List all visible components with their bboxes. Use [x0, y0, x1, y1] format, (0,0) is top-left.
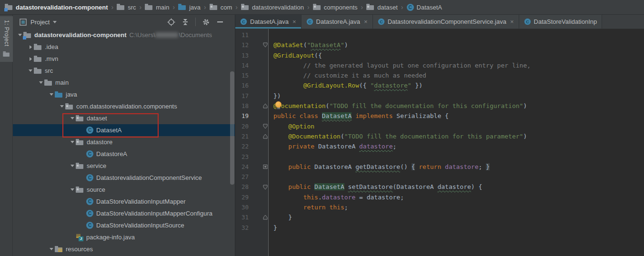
tab-close-icon[interactable]: ×	[510, 18, 514, 25]
tab-label: DatastoreA.java	[316, 18, 361, 25]
code-token: public	[288, 183, 314, 190]
tree-expanded-arrow-icon[interactable]	[48, 93, 55, 96]
code-line[interactable]: })	[273, 91, 644, 101]
tree-item-datastorevalidation-component[interactable]: datastorevalidation-componentC:\Users\\D…	[13, 29, 235, 41]
fold-marker-icon[interactable]	[249, 134, 268, 139]
tree-item-com-datastorevalidation-components[interactable]: com.datastorevalidation.components	[13, 100, 235, 112]
code-line[interactable]: public DatasetA setDatastore(DatastoreA …	[273, 182, 644, 192]
tree-expanded-arrow-icon[interactable]	[27, 69, 34, 72]
tab-close-icon[interactable]: ×	[292, 18, 296, 25]
code-line[interactable]	[273, 152, 644, 162]
tree-item-datastorevalidationinputsource[interactable]: CDataStoreValidationInputSource	[13, 219, 235, 231]
editor-tab-dataseta-java[interactable]: CDatasetA.java×	[235, 15, 302, 29]
tree-expanded-arrow-icon[interactable]	[17, 34, 23, 36]
fold-marker-icon[interactable]	[249, 124, 268, 129]
tree-item-datastorevalidationinputmapper[interactable]: CDataStoreValidationInputMapper	[13, 196, 235, 207]
tree-item-source[interactable]: source	[13, 184, 235, 196]
tree-item-service[interactable]: service	[13, 160, 235, 172]
breadcrumb-item[interactable]: java	[178, 3, 201, 11]
project-tool-button[interactable]: 1: Project	[0, 16, 13, 62]
breadcrumb-item[interactable]: datastorevalidation-component	[5, 3, 108, 11]
tree-item--mvn[interactable]: .mvn	[13, 53, 235, 65]
breadcrumb-label: src	[128, 4, 136, 11]
tree-item-datastorevalidationinputmapperconfigura[interactable]: CDataStoreValidationInputMapperConfigura	[13, 207, 235, 219]
gutter-row: 27	[235, 172, 268, 182]
fold-marker-icon[interactable]	[249, 42, 268, 48]
tree-expanded-arrow-icon[interactable]	[69, 141, 76, 143]
tree-expanded-arrow-icon[interactable]	[48, 248, 55, 250]
tree-item-label: DatastorevalidationComponentService	[96, 174, 202, 181]
code-line[interactable]: @Option	[273, 121, 644, 131]
locate-icon[interactable]	[167, 18, 175, 26]
breadcrumb-item[interactable]: CDatasetA	[407, 4, 442, 11]
tree-item-package-info-java[interactable]: Jpackage-info.java	[13, 231, 235, 243]
code-line[interactable]: private DatastoreA datastore;	[273, 141, 644, 151]
settings-gear-icon[interactable]	[201, 18, 210, 26]
editor-tab-datastorea-java[interactable]: CDatastoreA.java×	[302, 15, 373, 29]
package-icon	[313, 3, 321, 11]
code-line[interactable]: @GridLayout({	[273, 50, 644, 60]
tree-item-resources[interactable]: resources	[13, 243, 235, 255]
tree-expanded-arrow-icon[interactable]	[69, 117, 76, 119]
code-line[interactable]	[273, 30, 644, 40]
editor-tab-datastorevalidationcomponentservice-java[interactable]: CDatastorevalidationComponentService.jav…	[373, 15, 519, 29]
tree-collapsed-arrow-icon[interactable]	[27, 57, 34, 61]
fold-marker-icon[interactable]	[249, 215, 268, 220]
fold-marker-icon[interactable]	[249, 103, 268, 108]
code-line[interactable]: this.datastore = datastore;	[273, 192, 644, 202]
project-view-icon	[19, 18, 27, 26]
tree-item-main[interactable]: main	[13, 77, 235, 89]
code-line[interactable]: @DataSet("DatasetA")	[273, 40, 644, 50]
tree-item-label: resources	[66, 246, 93, 253]
package-icon	[366, 3, 374, 11]
code-line[interactable]: }	[273, 223, 644, 233]
panel-title[interactable]: Project	[30, 19, 50, 26]
chevron-down-icon[interactable]	[53, 21, 57, 23]
code-line[interactable]: // the generated layout put one configur…	[273, 60, 644, 70]
hide-panel-icon[interactable]	[216, 18, 224, 26]
code-token: )	[523, 133, 527, 140]
code-line[interactable]: public DatastoreA getDatastore() { retur…	[273, 162, 644, 172]
code-line[interactable]: // customize it as much as needed	[273, 70, 644, 80]
code-line[interactable]: }	[273, 212, 644, 222]
breadcrumb-item[interactable]: com	[210, 3, 232, 11]
collapse-all-icon[interactable]	[181, 18, 190, 26]
breadcrumb-item[interactable]: main	[145, 3, 169, 11]
tree-item--idea[interactable]: .idea	[13, 41, 235, 53]
tree-item-datastorea[interactable]: CDatastoreA	[13, 148, 235, 160]
code-area[interactable]: @DataSet("DatasetA")@GridLayout({ // the…	[269, 29, 644, 256]
tree-item-label: DataStoreValidationInputMapper	[96, 198, 186, 205]
code-line[interactable]	[273, 172, 644, 182]
fold-marker-icon[interactable]	[249, 164, 268, 169]
tree-expanded-arrow-icon[interactable]	[59, 105, 65, 108]
tree-scrollbar-thumb[interactable]	[230, 71, 234, 185]
tree-item-src[interactable]: src	[13, 65, 235, 77]
tab-close-icon[interactable]: ×	[364, 18, 368, 25]
line-number: 16	[235, 80, 249, 90]
breadcrumb-item[interactable]: dataset	[366, 3, 398, 11]
breadcrumb-item[interactable]: src	[117, 3, 136, 11]
tree-item-datastorevalidationcomponentservice[interactable]: CDatastorevalidationComponentService	[13, 172, 235, 184]
code-token: Serializable {	[392, 112, 448, 119]
tree-expanded-arrow-icon[interactable]	[69, 188, 76, 191]
tree-item-datastore[interactable]: datastore	[13, 136, 235, 148]
breadcrumb-item[interactable]: components	[313, 3, 358, 11]
tree-item-dataseta[interactable]: CDatasetA	[13, 124, 235, 136]
editor-tab-datastorevalidationinp[interactable]: CDataStoreValidationInp	[519, 15, 603, 29]
code-line[interactable]: @GridLayout.Row({ "datastore" })	[273, 80, 644, 90]
code-line[interactable]: public class DatasetA implements Seriali…	[273, 111, 644, 121]
tree-collapsed-arrow-icon[interactable]	[27, 45, 34, 49]
breadcrumb-item[interactable]: datastorevalidation	[241, 3, 304, 11]
project-panel: Project d	[13, 15, 235, 256]
tree-item-dataset[interactable]: dataset	[13, 112, 235, 124]
tree-expanded-arrow-icon[interactable]	[69, 165, 76, 167]
intention-bulb-icon[interactable]	[275, 101, 282, 108]
tree-item-label: java	[66, 91, 77, 98]
tree-item-java[interactable]: java	[13, 89, 235, 100]
tree-expanded-arrow-icon[interactable]	[38, 81, 44, 84]
fold-marker-icon[interactable]	[249, 185, 268, 190]
gutter-row: 14	[235, 60, 268, 70]
code-line[interactable]: return this;	[273, 202, 644, 212]
code-line[interactable]: @Documentation("TODO fill the documentat…	[273, 131, 644, 141]
code-line[interactable]: @Documentation("TODO fill the documentat…	[273, 101, 644, 111]
